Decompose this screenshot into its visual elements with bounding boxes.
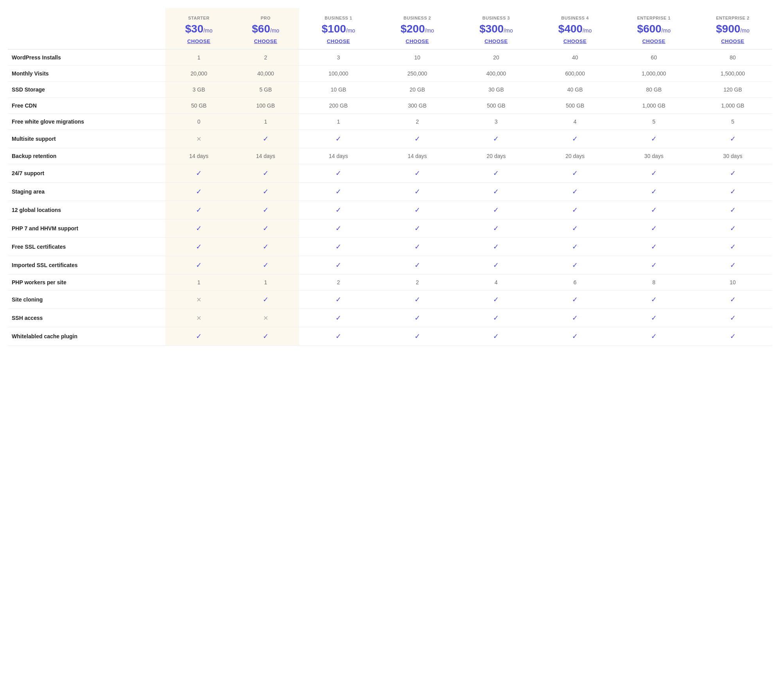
feature-value: ✓ [693, 130, 772, 148]
check-icon: ✓ [651, 314, 657, 322]
feature-value: ✓ [165, 164, 232, 183]
check-icon: ✓ [493, 261, 499, 269]
check-icon: ✓ [493, 296, 499, 303]
cross-icon: ✕ [263, 315, 268, 321]
feature-label: Imported SSL certificates [8, 256, 165, 275]
feature-value: ✓ [693, 201, 772, 219]
feature-value: 5 GB [232, 82, 299, 98]
feature-value: 30 days [615, 148, 694, 164]
feature-label: 12 global locations [8, 201, 165, 219]
feature-value: ✓ [299, 309, 378, 327]
feature-value: ✓ [457, 201, 536, 219]
check-icon: ✓ [263, 206, 269, 214]
feature-value: 250,000 [378, 66, 457, 82]
feature-value: ✓ [378, 238, 457, 256]
feature-value: ✓ [165, 238, 232, 256]
feature-value: ✕ [165, 309, 232, 327]
feature-value: 40 [536, 49, 615, 66]
plan-name: ENTERPRISE 1 [618, 16, 690, 20]
check-icon: ✓ [196, 224, 202, 232]
feature-value: ✓ [378, 183, 457, 201]
plan-name: BUSINESS 1 [302, 16, 375, 20]
check-icon: ✓ [572, 261, 578, 269]
check-icon: ✓ [730, 332, 736, 340]
feature-value: ✓ [536, 201, 615, 219]
feature-row: Free SSL certificates✓✓✓✓✓✓✓✓ [8, 238, 772, 256]
plan-name: BUSINESS 4 [539, 16, 611, 20]
feature-value: 1,000 GB [615, 98, 694, 114]
check-icon: ✓ [263, 135, 269, 143]
feature-value: 20 days [536, 148, 615, 164]
feature-value: ✓ [299, 130, 378, 148]
choose-button[interactable]: CHOOSE [406, 38, 429, 44]
feature-value: ✓ [232, 183, 299, 201]
check-icon: ✓ [414, 206, 420, 214]
feature-value: ✓ [232, 164, 299, 183]
feature-label: Free SSL certificates [8, 238, 165, 256]
plan-price: $900/mo [696, 23, 769, 35]
check-icon: ✓ [730, 224, 736, 232]
feature-value: ✓ [536, 219, 615, 238]
feature-row: Free white glove migrations01123455 [8, 114, 772, 130]
feature-value: ✓ [378, 219, 457, 238]
feature-value: 14 days [378, 148, 457, 164]
feature-value: ✓ [615, 238, 694, 256]
check-icon: ✓ [651, 243, 657, 251]
feature-value: 1 [165, 275, 232, 291]
choose-button[interactable]: CHOOSE [563, 38, 586, 44]
feature-value: ✓ [457, 219, 536, 238]
feature-value: 100 GB [232, 98, 299, 114]
plan-name: STARTER [169, 16, 229, 20]
feature-value: ✓ [615, 183, 694, 201]
choose-button[interactable]: CHOOSE [327, 38, 350, 44]
feature-value: ✓ [378, 309, 457, 327]
feature-row: Backup retention14 days14 days14 days14 … [8, 148, 772, 164]
choose-button[interactable]: CHOOSE [187, 38, 210, 44]
feature-value: ✓ [378, 164, 457, 183]
feature-value: ✓ [378, 256, 457, 275]
feature-value: 40,000 [232, 66, 299, 82]
check-icon: ✓ [414, 224, 420, 232]
plan-price: $30/mo [169, 23, 229, 35]
choose-button[interactable]: CHOOSE [721, 38, 744, 44]
pricing-table: STARTER $30/mo CHOOSE PRO $60/mo CHOOSE … [8, 8, 772, 346]
check-icon: ✓ [493, 243, 499, 251]
feature-value: 120 GB [693, 82, 772, 98]
check-icon: ✓ [651, 169, 657, 177]
check-icon: ✓ [651, 188, 657, 196]
feature-value: 10 [693, 275, 772, 291]
feature-value: ✓ [693, 327, 772, 346]
feature-value: 80 GB [615, 82, 694, 98]
feature-value: ✓ [536, 238, 615, 256]
feature-label: 24/7 support [8, 164, 165, 183]
feature-value: 500 GB [457, 98, 536, 114]
check-icon: ✓ [730, 261, 736, 269]
choose-button[interactable]: CHOOSE [484, 38, 507, 44]
check-icon: ✓ [651, 224, 657, 232]
plan-headers-row: STARTER $30/mo CHOOSE PRO $60/mo CHOOSE … [8, 8, 772, 49]
feature-value: 20 GB [378, 82, 457, 98]
check-icon: ✓ [572, 314, 578, 322]
feature-value: 14 days [165, 148, 232, 164]
check-icon: ✓ [730, 243, 736, 251]
feature-value: 5 [693, 114, 772, 130]
feature-row: PHP 7 and HHVM support✓✓✓✓✓✓✓✓ [8, 219, 772, 238]
feature-value: 1 [165, 49, 232, 66]
check-icon: ✓ [572, 243, 578, 251]
check-icon: ✓ [263, 243, 269, 251]
check-icon: ✓ [414, 188, 420, 196]
check-icon: ✓ [414, 169, 420, 177]
feature-value: ✓ [232, 130, 299, 148]
feature-value: ✓ [232, 238, 299, 256]
feature-row: PHP workers per site112246810 [8, 275, 772, 291]
check-icon: ✓ [493, 188, 499, 196]
check-icon: ✓ [730, 314, 736, 322]
feature-value: ✓ [457, 309, 536, 327]
feature-row: WordPress Installs1231020406080 [8, 49, 772, 66]
feature-row: Whitelabled cache plugin✓✓✓✓✓✓✓✓ [8, 327, 772, 346]
feature-value: 10 [378, 49, 457, 66]
choose-button[interactable]: CHOOSE [254, 38, 277, 44]
plan-header-starter: STARTER $30/mo CHOOSE [165, 8, 232, 49]
choose-button[interactable]: CHOOSE [642, 38, 665, 44]
check-icon: ✓ [572, 224, 578, 232]
